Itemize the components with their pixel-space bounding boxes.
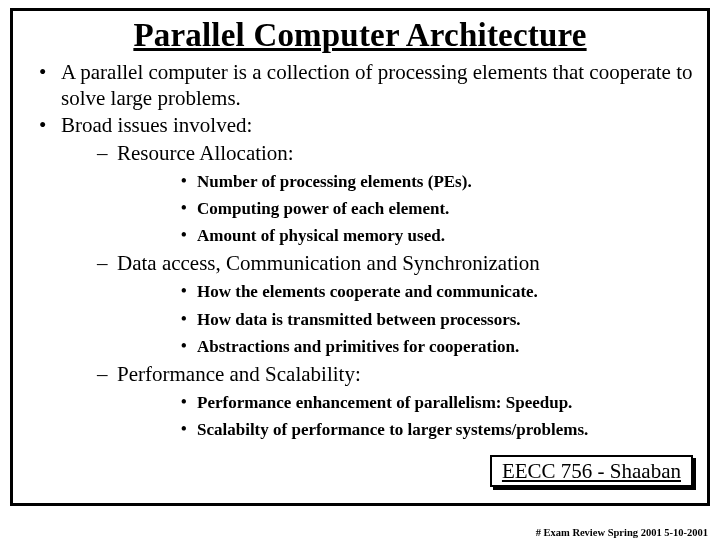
footer-badge: EECC 756 - Shaaban (490, 455, 693, 487)
subsub-item: Abstractions and primitives for cooperat… (117, 333, 693, 360)
sub-text: Data access, Communication and Synchroni… (117, 251, 540, 275)
sub-text: Performance and Scalability: (117, 362, 361, 386)
sub-text: Resource Allocation: (117, 141, 294, 165)
sub-item: Data access, Communication and Synchroni… (61, 249, 693, 360)
footer-sub-text: # Exam Review Spring 2001 5-10-2001 (536, 527, 708, 538)
subsub-item: Performance enhancement of parallelism: … (117, 389, 693, 416)
sub-item: Performance and Scalability: Performance… (61, 360, 693, 443)
subsub-item: Number of processing elements (PEs). (117, 168, 693, 195)
slide-title: Parallel Computer Architecture (27, 17, 693, 54)
bullet-item: A parallel computer is a collection of p… (27, 60, 693, 111)
footer-main-text: EECC 756 - Shaaban (490, 455, 693, 487)
subsub-item: Amount of physical memory used. (117, 222, 693, 249)
subsub-list: Number of processing elements (PEs). Com… (117, 168, 693, 250)
subsub-list: Performance enhancement of parallelism: … (117, 389, 693, 443)
subsub-item: Computing power of each element. (117, 195, 693, 222)
subsub-item: How the elements cooperate and communica… (117, 278, 693, 305)
slide-frame: Parallel Computer Architecture A paralle… (10, 8, 710, 506)
subsub-item: How data is transmitted between processo… (117, 306, 693, 333)
bullet-list: A parallel computer is a collection of p… (27, 60, 693, 443)
subsub-item: Scalabilty of performance to larger syst… (117, 416, 693, 443)
bullet-text: Broad issues involved: (61, 113, 252, 137)
bullet-item: Broad issues involved: Resource Allocati… (27, 113, 693, 443)
sub-item: Resource Allocation: Number of processin… (61, 139, 693, 250)
subsub-list: How the elements cooperate and communica… (117, 278, 693, 360)
sub-list: Resource Allocation: Number of processin… (61, 139, 693, 443)
